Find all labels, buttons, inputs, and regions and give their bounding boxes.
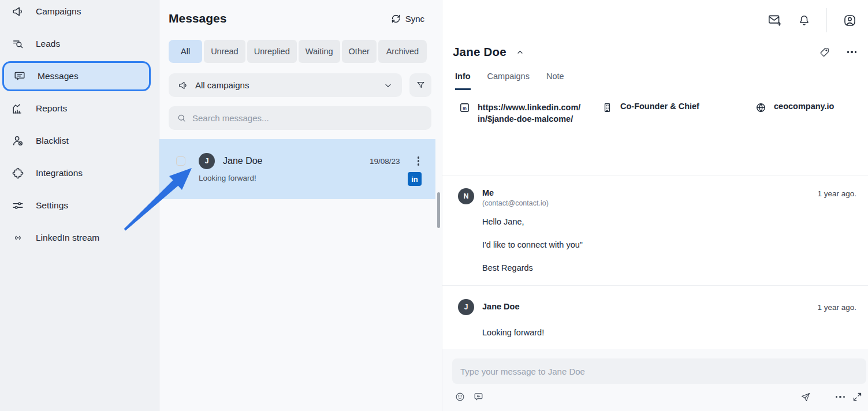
mail-plus-icon <box>767 13 782 28</box>
sidebar-item-campaigns[interactable]: Campaigns <box>0 0 159 23</box>
bell-icon <box>798 14 811 27</box>
tab-note[interactable]: Note <box>546 72 564 90</box>
saved-replies-button[interactable] <box>473 391 484 402</box>
sync-label: Sync <box>405 14 424 24</box>
message-sender-email: (contact@contact.io) <box>482 199 549 207</box>
avatar: J <box>199 153 215 169</box>
tag-icon <box>819 47 830 58</box>
message-sender: Me <box>482 188 549 197</box>
tab-other[interactable]: Other <box>342 40 377 63</box>
message-header: N Me (contact@contact.io) 1 year ago. <box>458 188 856 207</box>
sidebar-item-label: Blacklist <box>36 136 69 146</box>
thread-message: N Me (contact@contact.io) 1 year ago. He… <box>442 175 868 285</box>
collapse-info-button[interactable] <box>516 48 524 57</box>
sidebar-item-linkedin-stream[interactable]: LinkedIn stream <box>0 226 159 249</box>
message-line: I'd like to connect with you" <box>482 240 856 250</box>
tag-button[interactable] <box>819 47 830 58</box>
composer-input[interactable] <box>460 367 858 376</box>
linkedin-square-icon: in <box>459 102 470 113</box>
sidebar-item-label: Campaigns <box>36 6 81 17</box>
smiley-icon <box>455 391 465 402</box>
sidebar-item-label: Messages <box>38 71 79 81</box>
tab-waiting[interactable]: Waiting <box>299 40 340 63</box>
chevron-down-icon <box>383 81 393 90</box>
message-body: Hello Jane, I'd like to connect with you… <box>482 216 856 273</box>
linkedin-url-line1: https://www.linkedin.com/ <box>478 102 580 113</box>
messages-panel-header: Messages Sync <box>159 0 442 25</box>
message-timestamp: 1 year ago. <box>817 299 856 312</box>
tab-campaigns[interactable]: Campaigns <box>487 72 530 90</box>
chat-bubble-icon <box>13 70 26 83</box>
sidebar-item-blacklist[interactable]: Blacklist <box>0 129 159 152</box>
send-button[interactable] <box>800 392 811 402</box>
campaign-select[interactable]: All campaigns <box>169 73 402 97</box>
kebab-menu-icon[interactable] <box>416 155 421 167</box>
notifications-button[interactable] <box>798 14 811 27</box>
search-icon <box>177 113 187 123</box>
conversation-name: Jane Doe <box>223 156 263 166</box>
composer-more-button[interactable] <box>836 396 845 398</box>
contact-tabs: Info Campaigns Note <box>442 59 868 90</box>
conversation-preview: Looking forward! <box>199 174 420 182</box>
website-entry[interactable]: ceocompany.io <box>755 102 834 175</box>
search-input[interactable] <box>192 113 423 123</box>
sidebar-item-leads[interactable]: Leads <box>0 32 159 55</box>
thread-panel: Jane Doe Info Campaigns Note in https://… <box>442 0 868 411</box>
sidebar-item-integrations[interactable]: Integrations <box>0 162 159 185</box>
sync-button[interactable]: Sync <box>391 14 424 24</box>
job-title-entry: Co-Founder & Chief <box>602 102 755 175</box>
conversation-date: 19/08/23 <box>370 157 400 166</box>
sidebar-item-label: Integrations <box>36 168 83 178</box>
tab-info[interactable]: Info <box>455 72 471 90</box>
sidebar-item-settings[interactable]: Settings <box>0 194 159 217</box>
sidebar-item-label: Settings <box>36 200 68 211</box>
contact-info-section: in https://www.linkedin.com/ in/$jande-d… <box>442 90 868 175</box>
account-button[interactable] <box>843 13 857 28</box>
sidebar-item-messages[interactable]: Messages <box>2 61 151 91</box>
scrollbar-thumb[interactable] <box>437 192 440 228</box>
conversation-row: J Jane Doe 19/08/23 <box>176 153 420 169</box>
composer-input-wrap <box>452 358 866 384</box>
message-header: J Jane Doe 1 year ago. <box>458 299 856 315</box>
expand-button[interactable] <box>852 392 862 402</box>
tab-archived[interactable]: Archived <box>378 40 427 63</box>
message-filter-tabs: All Unread Unreplied Waiting Other Archi… <box>169 40 427 63</box>
campaign-filter-row: All campaigns <box>169 73 431 97</box>
more-options-button[interactable] <box>847 48 857 55</box>
message-timestamp: 1 year ago. <box>817 188 856 198</box>
message-line: Looking forward! <box>482 327 856 338</box>
broadcast-icon <box>12 231 24 244</box>
campaign-select-value: All campaigns <box>195 80 249 90</box>
message-sender: Jane Doe <box>482 299 519 311</box>
sidebar-item-label: Leads <box>36 39 60 49</box>
sidebar-item-label: LinkedIn stream <box>36 233 99 243</box>
page-title: Messages <box>169 12 226 25</box>
reply-bubble-icon <box>473 391 484 402</box>
sync-icon <box>391 14 401 24</box>
emoji-button[interactable] <box>455 391 465 402</box>
funnel-icon <box>416 80 426 90</box>
conversation-list-item[interactable]: J Jane Doe 19/08/23 Looking forward! in <box>159 139 435 199</box>
linkedin-badge-icon[interactable]: in <box>408 172 422 186</box>
sidebar-item-reports[interactable]: Reports <box>0 97 159 120</box>
message-composer <box>442 349 868 411</box>
conversation-checkbox[interactable] <box>176 156 185 166</box>
tab-unreplied[interactable]: Unreplied <box>247 40 297 63</box>
globe-icon <box>755 102 766 113</box>
tab-unread[interactable]: Unread <box>204 40 245 63</box>
chevron-up-icon <box>516 48 524 57</box>
filter-button[interactable] <box>409 73 431 97</box>
contact-name: Jane Doe <box>453 45 506 59</box>
linkedin-url: https://www.linkedin.com/ in/$jande-doe-… <box>478 102 580 125</box>
sidebar: Campaigns Leads Messages Reports Blackli… <box>0 0 159 411</box>
contact-header: Jane Doe <box>442 40 868 59</box>
tab-all[interactable]: All <box>169 40 202 63</box>
linkedin-url-line2: in/$jande-doe-malcome/ <box>478 113 580 125</box>
sliders-icon <box>12 199 24 212</box>
new-message-button[interactable] <box>767 13 782 28</box>
account-icon <box>843 13 857 28</box>
toolbar-divider <box>826 8 827 32</box>
website: ceocompany.io <box>774 102 834 111</box>
linkedin-url-entry[interactable]: in https://www.linkedin.com/ in/$jande-d… <box>459 102 602 175</box>
thread-message: J Jane Doe 1 year ago. Looking forward! <box>442 286 868 349</box>
